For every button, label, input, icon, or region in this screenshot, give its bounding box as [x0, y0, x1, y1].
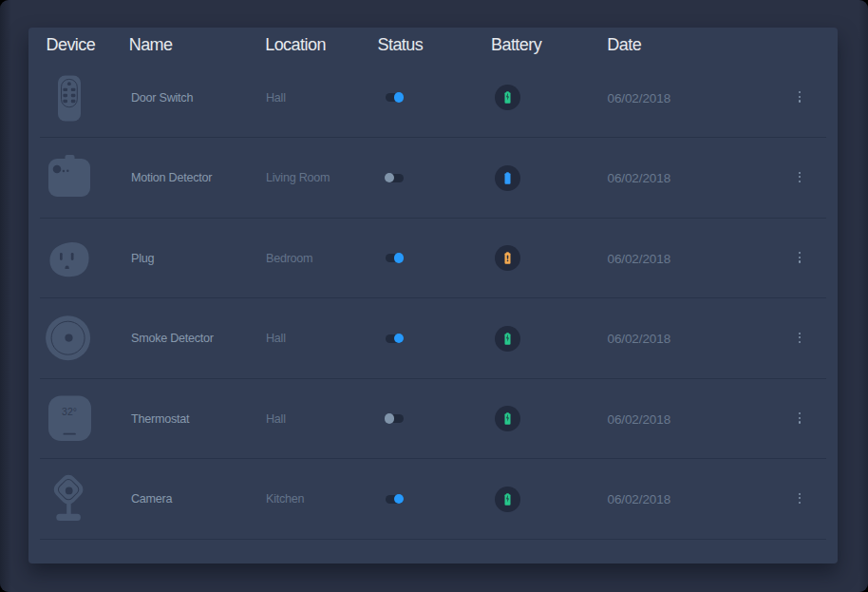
svg-text:32°: 32° [62, 405, 77, 416]
